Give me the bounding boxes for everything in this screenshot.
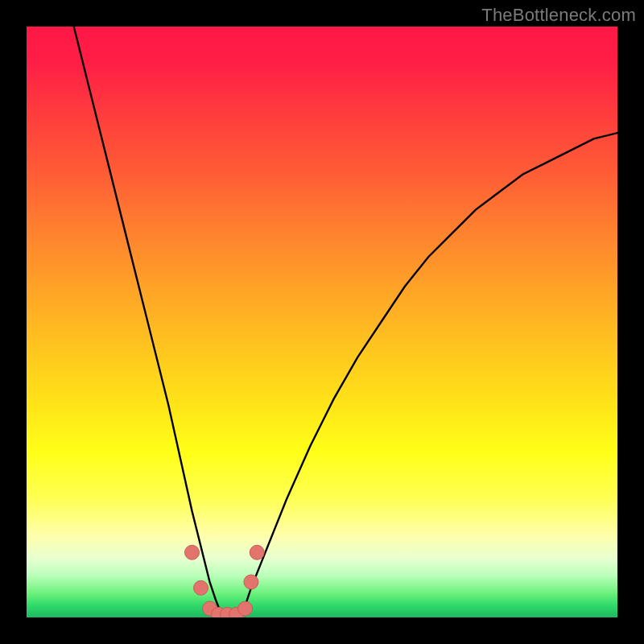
highlight-marker (185, 545, 200, 559)
highlight-marker (194, 580, 208, 595)
chart-frame: TheBottleneck.com (0, 0, 644, 644)
plot-area (27, 27, 617, 617)
highlight-marker (238, 601, 253, 616)
highlight-marker (250, 545, 264, 559)
watermark-text: TheBottleneck.com (481, 5, 636, 26)
highlight-markers (185, 545, 265, 617)
highlight-marker (244, 575, 258, 589)
bottleneck-curve (74, 27, 617, 616)
bottleneck-curve-svg (27, 27, 617, 617)
